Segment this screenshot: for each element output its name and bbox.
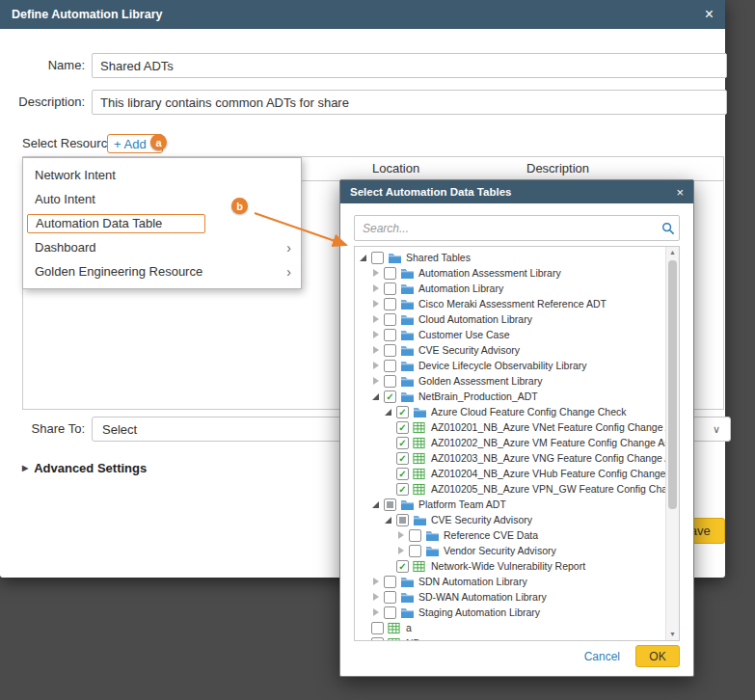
collapse-icon[interactable] xyxy=(359,253,369,263)
checkbox-unchecked[interactable] xyxy=(409,545,421,557)
checkbox-checked[interactable]: ✓ xyxy=(396,468,409,480)
tree-node[interactable]: ✓AZ010202_NB_Azure VM Feature Config Cha… xyxy=(355,435,666,450)
tree-node[interactable]: Platform Team ADT xyxy=(355,497,666,512)
checkbox-unchecked[interactable] xyxy=(384,591,396,604)
tree-node[interactable]: CVE Security Advisory xyxy=(355,342,666,358)
checkbox-unchecked[interactable] xyxy=(384,298,396,310)
checkbox-unchecked[interactable] xyxy=(384,606,396,619)
close-icon[interactable]: × xyxy=(676,186,684,199)
checkbox-unchecked[interactable] xyxy=(384,329,396,341)
checkbox-unchecked[interactable] xyxy=(384,267,396,280)
checkbox-unchecked[interactable] xyxy=(384,344,396,357)
collapse-icon[interactable] xyxy=(371,499,382,510)
picker-title: Select Automation Data Tables xyxy=(350,186,511,198)
tree-node[interactable]: Vendor Security Advisory xyxy=(355,543,666,558)
table-icon xyxy=(388,637,402,642)
checkbox-indeterminate[interactable] xyxy=(384,498,396,511)
expand-icon[interactable] xyxy=(371,592,382,603)
scroll-up-icon[interactable]: ▲ xyxy=(666,247,679,258)
expand-icon[interactable] xyxy=(371,314,382,325)
tree-node[interactable]: Automation Library xyxy=(355,281,666,296)
tree-node[interactable]: NB... xyxy=(355,635,666,641)
menu-item-golden-engineering-resource[interactable]: Golden Engineering Resource› xyxy=(23,259,301,283)
checkbox-unchecked[interactable] xyxy=(371,637,384,642)
folder-icon xyxy=(400,344,415,357)
scroll-down-icon[interactable]: ▼ xyxy=(666,629,679,640)
name-input[interactable] xyxy=(92,53,727,78)
tree-node[interactable]: Cisco Meraki Assessment Reference ADT xyxy=(355,296,666,311)
search-icon[interactable] xyxy=(658,222,679,235)
collapse-icon[interactable] xyxy=(371,391,382,402)
table-icon xyxy=(413,468,427,480)
tree-node[interactable]: CVE Security Advisory xyxy=(355,512,666,527)
tree-node[interactable]: a xyxy=(355,620,666,635)
checkbox-checked[interactable]: ✓ xyxy=(396,452,409,465)
scrollbar-thumb[interactable] xyxy=(668,260,677,509)
expand-icon[interactable] xyxy=(371,330,382,340)
cancel-button[interactable]: Cancel xyxy=(584,650,620,663)
menu-item-dashboard[interactable]: Dashboard› xyxy=(23,235,301,259)
ok-button[interactable]: OK xyxy=(635,645,680,667)
description-label: Description: xyxy=(0,90,85,115)
checkbox-checked[interactable]: ✓ xyxy=(396,421,409,434)
expand-icon[interactable] xyxy=(371,607,382,618)
collapse-icon[interactable] xyxy=(384,407,394,417)
search-input[interactable] xyxy=(355,222,658,235)
checkbox-unchecked[interactable] xyxy=(384,375,396,388)
tree-node[interactable]: Staging Automation Library xyxy=(355,605,666,620)
checkbox-unchecked[interactable] xyxy=(384,360,396,372)
tree-node[interactable]: Shared Tables xyxy=(355,250,666,265)
expand-icon[interactable] xyxy=(371,268,382,279)
checkbox-checked[interactable]: ✓ xyxy=(396,437,409,449)
expand-icon[interactable] xyxy=(396,530,407,541)
tree-node[interactable]: ✓NetBrain_Production_ADT xyxy=(355,389,666,404)
expand-icon[interactable] xyxy=(396,546,407,556)
tree-node[interactable]: ✓AZ010205_NB_Azure VPN_GW Feature Config… xyxy=(355,481,666,497)
checkbox-unchecked[interactable] xyxy=(384,313,396,326)
tree-node[interactable]: Cloud Automation Library xyxy=(355,311,666,327)
expand-icon[interactable] xyxy=(371,577,382,587)
checkbox-checked[interactable]: ✓ xyxy=(396,560,409,573)
expand-icon[interactable] xyxy=(371,283,382,294)
tree-node[interactable]: SD-WAN Automation Library xyxy=(355,589,666,605)
expand-icon[interactable] xyxy=(371,345,382,356)
expand-icon[interactable] xyxy=(371,361,382,371)
checkbox-unchecked[interactable] xyxy=(371,622,384,634)
tree-node-label: CVE Security Advisory xyxy=(431,514,532,525)
tree-node-label: SD-WAN Automation Library xyxy=(418,591,547,603)
menu-item-network-intent[interactable]: Network Intent xyxy=(23,163,301,187)
table-icon xyxy=(413,452,427,465)
tree-node[interactable]: Customer Use Case xyxy=(355,327,666,342)
checkbox-indeterminate[interactable] xyxy=(396,514,409,526)
menu-item-automation-data-table[interactable]: Automation Data Table xyxy=(23,211,301,235)
scrollbar[interactable]: ▲ ▼ xyxy=(665,247,679,640)
checkbox-unchecked[interactable] xyxy=(384,283,396,295)
advanced-settings-toggle[interactable]: ▶ Advanced Settings xyxy=(22,461,147,475)
tree-node[interactable]: ✓Azure Cloud Feature Config Change Check xyxy=(355,404,666,419)
collapse-icon[interactable] xyxy=(384,515,394,525)
checkbox-checked[interactable]: ✓ xyxy=(396,483,409,496)
tree-node[interactable]: ✓Network-Wide Vulnerability Report xyxy=(355,558,666,574)
tree-node[interactable]: ✓AZ010201_NB_Azure VNet Feature Config C… xyxy=(355,419,666,435)
tree-node[interactable]: Automation Assessment Library xyxy=(355,265,666,281)
tree-node[interactable]: ✓AZ010204_NB_Azure VHub Feature Config C… xyxy=(355,466,666,481)
menu-item-label: Automation Data Table xyxy=(27,214,205,233)
checkbox-unchecked[interactable] xyxy=(384,576,396,588)
checkbox-checked[interactable]: ✓ xyxy=(384,390,396,403)
tree-node-label: Cloud Automation Library xyxy=(418,313,532,325)
folder-icon xyxy=(400,375,415,388)
checkbox-checked[interactable]: ✓ xyxy=(396,406,409,418)
annotation-badge-b: b xyxy=(231,198,248,214)
checkbox-unchecked[interactable] xyxy=(371,252,384,264)
description-input[interactable] xyxy=(92,90,727,115)
expand-icon[interactable] xyxy=(371,376,382,387)
expand-icon[interactable] xyxy=(371,299,382,310)
tree-node[interactable]: Reference CVE Data xyxy=(355,527,666,543)
tree-node[interactable]: Device Lifecycle Observability Library xyxy=(355,358,666,373)
menu-item-auto-intent[interactable]: Auto Intent xyxy=(23,187,301,211)
tree-node[interactable]: SDN Automation Library xyxy=(355,574,666,589)
checkbox-unchecked[interactable] xyxy=(409,529,421,542)
tree-node[interactable]: ✓AZ010203_NB_Azure VNG Feature Config Ch… xyxy=(355,450,666,466)
close-icon[interactable]: × xyxy=(705,7,714,22)
tree-node[interactable]: Golden Assessment Library xyxy=(355,373,666,389)
